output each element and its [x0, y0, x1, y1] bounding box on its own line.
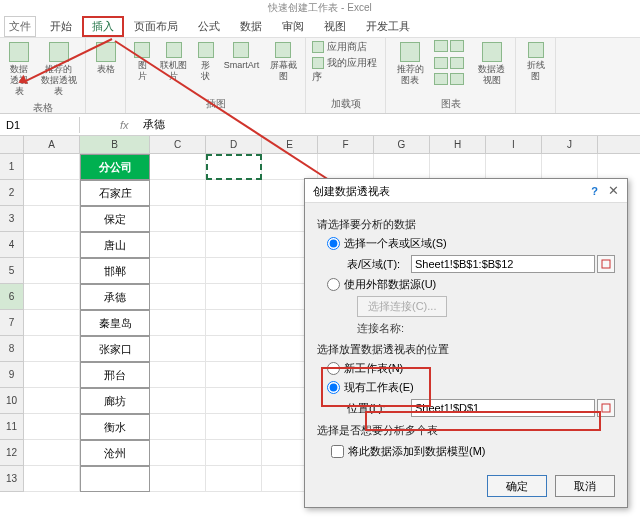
cell-A8[interactable] — [24, 336, 80, 362]
cell-C12[interactable] — [150, 440, 206, 466]
cell-B10[interactable]: 廊坊 — [80, 388, 150, 414]
cell-H1[interactable] — [430, 154, 486, 180]
cell-D3[interactable] — [206, 206, 262, 232]
tab-data[interactable]: 数据 — [230, 16, 272, 37]
cell-D5[interactable] — [206, 258, 262, 284]
cell-A4[interactable] — [24, 232, 80, 258]
cell-C10[interactable] — [150, 388, 206, 414]
col-header-D[interactable]: D — [206, 136, 262, 153]
row-header-13[interactable]: 13 — [0, 466, 24, 492]
cell-D12[interactable] — [206, 440, 262, 466]
cell-D13[interactable] — [206, 466, 262, 492]
radio-new-sheet[interactable] — [327, 362, 340, 375]
cell-B12[interactable]: 沧州 — [80, 440, 150, 466]
cell-F1[interactable] — [318, 154, 374, 180]
row-header-4[interactable]: 4 — [0, 232, 24, 258]
cell-E1[interactable] — [262, 154, 318, 180]
row-header-8[interactable]: 8 — [0, 336, 24, 362]
cell-A7[interactable] — [24, 310, 80, 336]
cell-D8[interactable] — [206, 336, 262, 362]
col-header-H[interactable]: H — [430, 136, 486, 153]
screenshot-button[interactable]: 屏幕截图 — [267, 40, 299, 84]
row-header-2[interactable]: 2 — [0, 180, 24, 206]
cell-C2[interactable] — [150, 180, 206, 206]
myapps-button[interactable]: 我的应用程序 — [312, 56, 379, 84]
shapes-button[interactable]: 形状 — [196, 40, 216, 84]
tab-review[interactable]: 审阅 — [272, 16, 314, 37]
cell-B3[interactable]: 保定 — [80, 206, 150, 232]
row-header-5[interactable]: 5 — [0, 258, 24, 284]
col-header-I[interactable]: I — [486, 136, 542, 153]
cell-B5[interactable]: 邯郸 — [80, 258, 150, 284]
cell-A3[interactable] — [24, 206, 80, 232]
tab-file[interactable]: 文件 — [4, 16, 36, 37]
table-button[interactable]: 表格 — [94, 40, 118, 77]
tab-developer[interactable]: 开发工具 — [356, 16, 420, 37]
select-all-corner[interactable] — [0, 136, 24, 153]
cell-A5[interactable] — [24, 258, 80, 284]
cell-D9[interactable] — [206, 362, 262, 388]
cell-D6[interactable] — [206, 284, 262, 310]
row-header-1[interactable]: 1 — [0, 154, 24, 180]
radio-external-data[interactable] — [327, 278, 340, 291]
row-header-9[interactable]: 9 — [0, 362, 24, 388]
cell-C4[interactable] — [150, 232, 206, 258]
cell-C7[interactable] — [150, 310, 206, 336]
col-header-C[interactable]: C — [150, 136, 206, 153]
radio-select-range[interactable] — [327, 237, 340, 250]
cell-J1[interactable] — [542, 154, 598, 180]
cell-C3[interactable] — [150, 206, 206, 232]
chart-icon[interactable] — [434, 73, 448, 85]
cell-D11[interactable] — [206, 414, 262, 440]
cell-B2[interactable]: 石家庄 — [80, 180, 150, 206]
cell-B1[interactable]: 分公司 — [80, 154, 150, 180]
location-picker-icon[interactable] — [597, 399, 615, 417]
row-header-3[interactable]: 3 — [0, 206, 24, 232]
cell-A10[interactable] — [24, 388, 80, 414]
cell-C5[interactable] — [150, 258, 206, 284]
cell-D1[interactable] — [206, 154, 262, 180]
row-header-12[interactable]: 12 — [0, 440, 24, 466]
row-header-6[interactable]: 6 — [0, 284, 24, 310]
chart-icon[interactable] — [434, 40, 448, 52]
cell-A11[interactable] — [24, 414, 80, 440]
col-header-G[interactable]: G — [374, 136, 430, 153]
tab-view[interactable]: 视图 — [314, 16, 356, 37]
cell-B4[interactable]: 唐山 — [80, 232, 150, 258]
cell-C9[interactable] — [150, 362, 206, 388]
cell-A1[interactable] — [24, 154, 80, 180]
cell-B13[interactable] — [80, 466, 150, 492]
store-button[interactable]: 应用商店 — [312, 40, 379, 54]
online-picture-button[interactable]: 联机图片 — [158, 40, 190, 84]
location-input[interactable] — [411, 399, 595, 417]
col-header-F[interactable]: F — [318, 136, 374, 153]
cell-B6[interactable]: 承德 — [80, 284, 150, 310]
recommended-pivot-button[interactable]: 推荐的 数据透视表 — [39, 40, 79, 99]
chart-icon[interactable] — [450, 73, 464, 85]
cell-C13[interactable] — [150, 466, 206, 492]
cell-D7[interactable] — [206, 310, 262, 336]
cell-C8[interactable] — [150, 336, 206, 362]
dialog-help-icon[interactable]: ? — [591, 179, 598, 203]
cell-C1[interactable] — [150, 154, 206, 180]
row-header-10[interactable]: 10 — [0, 388, 24, 414]
chart-icon[interactable] — [434, 57, 448, 69]
cell-A9[interactable] — [24, 362, 80, 388]
cell-A13[interactable] — [24, 466, 80, 492]
name-box[interactable]: D1 — [0, 117, 80, 133]
cell-C6[interactable] — [150, 284, 206, 310]
formula-bar[interactable]: 承德 — [137, 115, 640, 134]
cell-D4[interactable] — [206, 232, 262, 258]
chart-icon[interactable] — [450, 57, 464, 69]
fx-icon[interactable]: fx — [80, 119, 137, 131]
recommended-chart-button[interactable]: 推荐的 图表 — [392, 40, 428, 88]
col-header-E[interactable]: E — [262, 136, 318, 153]
tab-formulas[interactable]: 公式 — [188, 16, 230, 37]
cell-D2[interactable] — [206, 180, 262, 206]
cell-G1[interactable] — [374, 154, 430, 180]
cell-A2[interactable] — [24, 180, 80, 206]
cell-C11[interactable] — [150, 414, 206, 440]
table-range-input[interactable] — [411, 255, 595, 273]
col-header-A[interactable]: A — [24, 136, 80, 153]
cell-B11[interactable]: 衡水 — [80, 414, 150, 440]
